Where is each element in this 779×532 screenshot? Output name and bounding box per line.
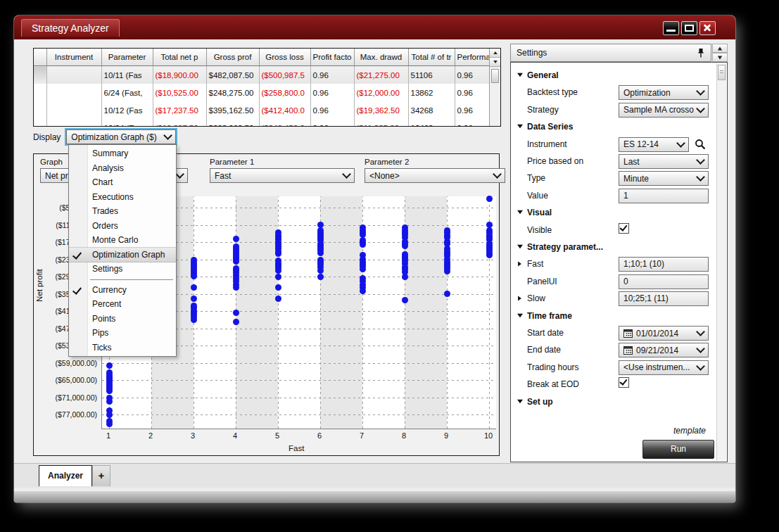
data-point[interactable]	[106, 362, 113, 369]
table-row[interactable]: 6/24 (Fast,($10,525.00$248,275.00($258,8…	[34, 84, 498, 101]
menu-item-points[interactable]: Points	[69, 312, 176, 327]
table-row[interactable]: 10/24 (Fas($10,387.50$238,062.50($248,45…	[34, 119, 498, 127]
backtest-type-dropdown[interactable]: Optimization	[619, 85, 709, 100]
data-point[interactable]	[360, 266, 366, 272]
data-point[interactable]	[402, 274, 408, 280]
data-point[interactable]	[444, 268, 450, 274]
minimize-button[interactable]	[663, 21, 679, 35]
column-header-parameter[interactable]: Parameter	[101, 49, 153, 66]
instrument-dropdown[interactable]: ES 12-14	[619, 137, 689, 152]
scroll-up-button[interactable]	[490, 49, 500, 58]
menu-item-executions[interactable]: Executions	[69, 190, 176, 205]
data-point[interactable]	[106, 421, 113, 427]
collapse-arrow-icon[interactable]	[517, 313, 523, 317]
data-point[interactable]	[317, 274, 324, 280]
menu-item-summary[interactable]: Summary	[69, 146, 176, 161]
menu-item-orders[interactable]: Orders	[69, 219, 176, 234]
menu-item-ticks[interactable]: Ticks	[69, 341, 176, 355]
data-point[interactable]	[444, 291, 450, 297]
data-point[interactable]	[233, 310, 239, 316]
data-point[interactable]	[360, 241, 366, 248]
settings-scroll-up-button[interactable]	[712, 44, 728, 53]
column-header-gross-loss[interactable]: Gross loss	[259, 49, 310, 66]
data-point[interactable]	[191, 317, 197, 323]
parameter2-dropdown[interactable]: <None>	[365, 168, 505, 183]
expand-arrow-icon[interactable]	[518, 262, 521, 267]
data-point[interactable]	[106, 412, 113, 418]
section-time-frame[interactable]: Time frame	[527, 311, 572, 321]
data-point[interactable]	[317, 267, 324, 274]
section-visual[interactable]: Visual	[527, 208, 552, 217]
results-table[interactable]: InstrumentParameterTotal net pGross prof…	[34, 49, 498, 127]
column-header-profit-facto[interactable]: Profit facto	[310, 49, 354, 66]
column-header-max-drawd[interactable]: Max. drawd	[354, 49, 408, 66]
table-row[interactable]: 10/11 (Fas($18,900.00$482,087.50($500,98…	[34, 66, 498, 84]
pin-icon[interactable]	[697, 48, 705, 58]
menu-item-percent[interactable]: Percent	[69, 297, 176, 312]
data-point[interactable]	[275, 274, 281, 280]
column-header-total-of-tr[interactable]: Total # of tr	[408, 49, 455, 66]
slow-input[interactable]: 10;25;1 (11)	[619, 291, 709, 306]
trading-hours-dropdown[interactable]: <Use instrumen...	[619, 360, 709, 375]
maximize-button[interactable]	[681, 21, 697, 35]
data-point[interactable]	[360, 288, 366, 294]
table-scrollbar[interactable]	[489, 49, 500, 126]
scroll-down-button[interactable]	[490, 58, 500, 67]
collapse-arrow-icon[interactable]	[517, 125, 523, 129]
type-dropdown[interactable]: Minute	[619, 171, 709, 186]
menu-item-pips[interactable]: Pips	[69, 326, 176, 341]
data-point[interactable]	[233, 319, 239, 325]
close-button[interactable]	[699, 21, 716, 35]
settings-scroll-down-button[interactable]	[712, 53, 728, 62]
fast-input[interactable]: 1;10;1 (10)	[619, 257, 709, 272]
section-general[interactable]: General	[527, 70, 559, 80]
start-date-dropdown[interactable]: 01/01/2014	[619, 326, 709, 341]
menu-item-trades[interactable]: Trades	[69, 204, 176, 219]
data-point[interactable]	[275, 251, 281, 257]
menu-item-analysis[interactable]: Analysis	[69, 161, 176, 176]
table-scroll-thumb[interactable]	[491, 69, 499, 83]
data-point[interactable]	[191, 284, 197, 291]
display-dropdown[interactable]: Optimization Graph ($)	[66, 129, 176, 144]
section-set-up[interactable]: Set up	[527, 397, 553, 407]
data-point[interactable]	[486, 196, 493, 202]
section-strategy-paramet-[interactable]: Strategy paramet...	[527, 242, 603, 252]
data-point[interactable]	[106, 398, 113, 405]
visible-checkbox[interactable]	[619, 223, 629, 234]
column-header-total-net-p[interactable]: Total net p	[153, 49, 206, 66]
strategy-dropdown[interactable]: Sample MA crosso	[619, 103, 709, 118]
data-point[interactable]	[233, 284, 239, 291]
collapse-arrow-icon[interactable]	[517, 245, 523, 249]
data-point[interactable]	[275, 284, 281, 291]
data-point[interactable]	[233, 258, 239, 265]
expand-arrow-icon[interactable]	[518, 296, 521, 301]
collapse-arrow-icon[interactable]	[517, 399, 523, 403]
price-based-on-dropdown[interactable]: Last	[619, 154, 709, 169]
menu-item-optimization-graph[interactable]: Optimization Graph	[69, 247, 176, 263]
parameter1-dropdown[interactable]: Fast	[210, 168, 355, 183]
title-bar[interactable]: Strategy Analyzer	[14, 15, 735, 39]
data-point[interactable]	[191, 273, 197, 279]
column-header-gross-prof[interactable]: Gross prof	[206, 49, 259, 66]
panelui-input[interactable]: 0	[619, 274, 709, 289]
collapse-arrow-icon[interactable]	[517, 73, 523, 77]
add-tab-button[interactable]: +	[92, 465, 110, 486]
break-at-eod-checkbox[interactable]	[619, 377, 629, 388]
section-data-series[interactable]: Data Series	[527, 122, 573, 132]
data-point[interactable]	[486, 252, 493, 258]
menu-item-chart[interactable]: Chart	[69, 175, 176, 190]
settings-header[interactable]: Settings	[510, 44, 711, 62]
window-title[interactable]: Strategy Analyzer	[21, 19, 120, 37]
end-date-dropdown[interactable]: 09/21/2014	[619, 343, 709, 357]
search-icon[interactable]	[695, 139, 706, 150]
template-link[interactable]: template	[673, 426, 706, 436]
data-point[interactable]	[317, 250, 324, 256]
menu-item-monte-carlo[interactable]: Monte Carlo	[69, 233, 176, 248]
data-point[interactable]	[275, 267, 281, 274]
menu-item-currency[interactable]: Currency	[69, 283, 176, 298]
value-input[interactable]: 1	[619, 189, 709, 203]
collapse-arrow-icon[interactable]	[517, 210, 523, 215]
data-point[interactable]	[402, 297, 408, 303]
data-point[interactable]	[402, 243, 408, 249]
table-row[interactable]: 10/12 (Fas($17,237.50$395,162.50($412,40…	[34, 101, 498, 119]
